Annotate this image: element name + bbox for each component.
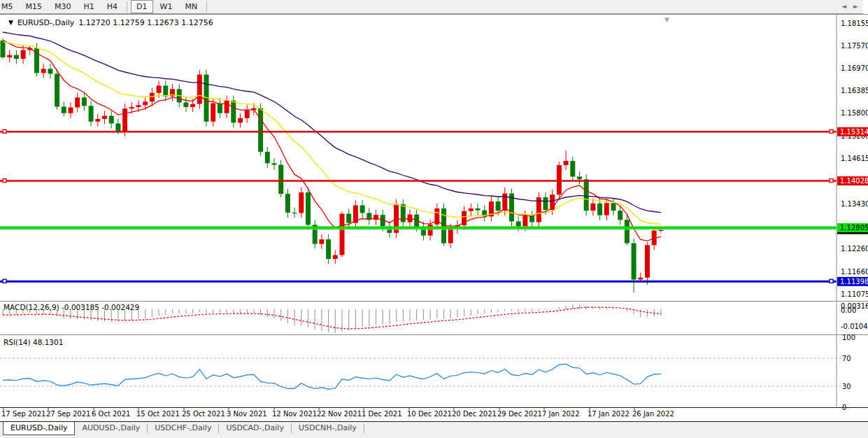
bull-candle xyxy=(448,229,453,243)
svg-text:1.14615: 1.14615 xyxy=(841,155,868,162)
bear-candle xyxy=(496,202,501,211)
chart-tab-eurusd[interactable]: EURUSD-,Daily xyxy=(3,422,75,435)
svg-text:25 Oct 2021: 25 Oct 2021 xyxy=(182,410,225,418)
svg-text:1.16385: 1.16385 xyxy=(841,87,868,94)
timeframe-button-mn[interactable]: MN xyxy=(179,0,203,13)
bear-candle xyxy=(231,101,236,123)
bear-candle xyxy=(346,213,351,222)
bull-candle xyxy=(122,108,127,132)
bear-candle xyxy=(218,104,222,113)
svg-text:6 Oct 2021: 6 Oct 2021 xyxy=(92,410,130,418)
svg-text:100: 100 xyxy=(842,334,855,341)
svg-text:1.12805: 1.12805 xyxy=(840,224,868,232)
tab-separator xyxy=(364,424,364,433)
bull-candle xyxy=(95,119,100,122)
svg-text:3 Nov 2021: 3 Nov 2021 xyxy=(227,410,267,418)
chart-symbol-label: EURUSD-,Daily xyxy=(17,18,74,27)
svg-text:20 Dec 2021: 20 Dec 2021 xyxy=(452,410,497,418)
bear-candle xyxy=(543,197,548,210)
svg-text:1.12260: 1.12260 xyxy=(841,245,868,253)
tab-scroll-arrows[interactable]: ◄► xyxy=(841,3,865,10)
bull-candle xyxy=(238,118,243,123)
chart-tab-usdchf[interactable]: USDCHF-,Daily xyxy=(148,422,218,435)
chart-tab-audusd[interactable]: AUDUSD-,Daily xyxy=(75,422,147,435)
timeframe-button-h4[interactable]: H4 xyxy=(101,0,123,13)
bear-candle xyxy=(109,116,114,124)
price-badge: 1.15314 xyxy=(837,127,868,136)
svg-text:0.00: 0.00 xyxy=(841,306,856,314)
bull-candle xyxy=(157,85,162,92)
svg-text:17 Sep 2021: 17 Sep 2021 xyxy=(1,410,45,418)
time-axis: 17 Sep 202127 Sep 20216 Oct 202115 Oct 2… xyxy=(1,408,674,418)
bear-candle xyxy=(611,203,616,211)
bull-candle xyxy=(225,101,229,113)
bull-candle xyxy=(136,105,141,107)
timeframe-button-w1[interactable]: W1 xyxy=(155,0,178,13)
bull-candle xyxy=(75,97,80,107)
bear-candle xyxy=(258,108,263,152)
bear-candle xyxy=(326,239,331,259)
chart-shift-marker-icon[interactable]: ▼ xyxy=(664,16,669,23)
bear-candle xyxy=(306,192,311,225)
bull-candle xyxy=(557,165,562,195)
svg-text:26 Jan 2022: 26 Jan 2022 xyxy=(632,410,674,418)
bull-candle xyxy=(102,116,107,119)
bull-candle xyxy=(245,110,250,118)
timeframe-button-m5[interactable]: M5 xyxy=(0,0,19,13)
bear-candle xyxy=(618,211,622,220)
bull-candle xyxy=(190,104,195,107)
bear-candle xyxy=(115,123,120,131)
bear-candle xyxy=(597,204,602,216)
price-axis: 1.181551.175701.169701.163851.158001.152… xyxy=(837,20,868,411)
chart-canvas[interactable]: 1.181551.175701.169701.163851.158001.152… xyxy=(0,15,868,422)
bear-candle xyxy=(632,243,636,280)
svg-text:1.15314: 1.15314 xyxy=(840,128,868,136)
timeframe-toolbar: M5M15M30H1H4D1W1MN xyxy=(0,0,863,14)
bear-candle xyxy=(292,213,297,213)
bear-candle xyxy=(278,165,283,195)
timeframe-button-m15[interactable]: M15 xyxy=(20,0,48,13)
svg-text:17 Jan 2022: 17 Jan 2022 xyxy=(588,410,629,418)
chart-tab-bar: EURUSD-,DailyAUDUSD-,DailyUSDCHF-,DailyU… xyxy=(0,421,868,438)
bear-candle xyxy=(285,194,290,213)
bear-candle xyxy=(577,176,582,179)
svg-text:1.18155: 1.18155 xyxy=(841,20,868,27)
macd-indicator-label: MACD(12,26,9) -0.003185 -0.002429 xyxy=(3,303,139,311)
svg-text:1.14028: 1.14028 xyxy=(840,177,868,185)
svg-text:27 Sep 2021: 27 Sep 2021 xyxy=(46,410,90,418)
svg-text:1.17570: 1.17570 xyxy=(841,42,868,50)
bear-candle xyxy=(183,102,188,107)
bull-candle xyxy=(564,161,569,165)
ema-fast-line xyxy=(3,41,661,241)
chart-ohlc-values: 1.12720 1.12759 1.12673 1.12756 xyxy=(78,18,213,27)
bull-candle xyxy=(197,75,202,104)
bear-candle xyxy=(14,55,19,59)
timeframe-button-d1[interactable]: D1 xyxy=(131,0,152,13)
bear-candle xyxy=(570,161,575,176)
price-badge: 1.12805 xyxy=(837,223,868,232)
chart-area[interactable]: 1.181551.175701.169701.163851.158001.152… xyxy=(0,14,868,422)
rsi-line xyxy=(3,364,661,389)
svg-text:15 Oct 2021: 15 Oct 2021 xyxy=(136,410,180,418)
bear-candle xyxy=(625,220,629,243)
hline-1.14028[interactable] xyxy=(0,179,837,183)
chart-tab-usdcad[interactable]: USDCAD-,Daily xyxy=(219,422,290,435)
bear-candle xyxy=(1,41,6,57)
svg-text:10 Dec 2021: 10 Dec 2021 xyxy=(407,410,452,418)
hline-1.11398[interactable] xyxy=(0,279,837,283)
bear-candle xyxy=(584,179,589,211)
svg-text:29 Dec 2021: 29 Dec 2021 xyxy=(497,410,542,418)
price-badge: 1.11398 xyxy=(837,277,868,286)
timeframe-button-m30[interactable]: M30 xyxy=(49,0,77,13)
bull-candle xyxy=(150,93,155,102)
ema-slow-line xyxy=(3,32,661,213)
bull-candle xyxy=(469,209,474,211)
bear-candle xyxy=(272,163,277,164)
svg-text:7 Jan 2022: 7 Jan 2022 xyxy=(542,410,580,418)
timeframe-button-h1[interactable]: H1 xyxy=(78,0,100,13)
bull-candle xyxy=(373,215,378,220)
bull-candle xyxy=(604,203,609,215)
chart-tab-usdcnh[interactable]: USDCNH-,Daily xyxy=(292,422,364,435)
bear-candle xyxy=(476,209,481,211)
bull-candle xyxy=(522,216,527,226)
